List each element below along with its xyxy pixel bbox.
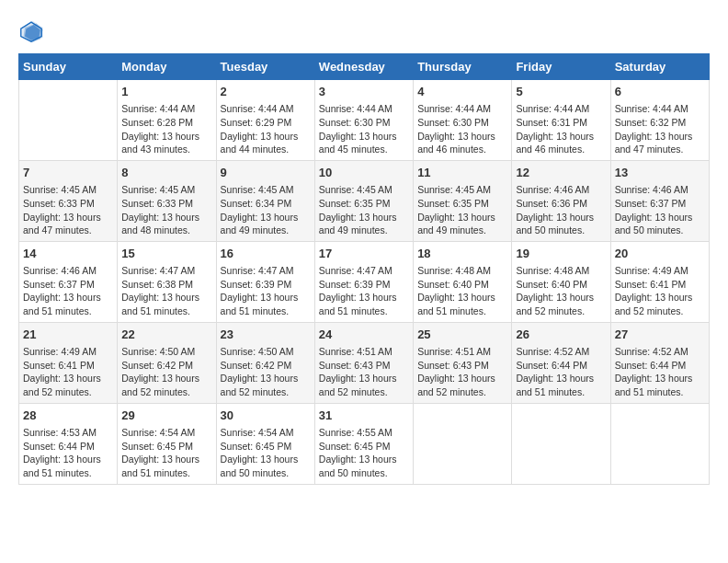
day-number: 22 <box>121 327 211 343</box>
calendar-cell: 1Sunrise: 4:44 AMSunset: 6:28 PMDaylight… <box>118 80 216 161</box>
calendar-week-row: 28Sunrise: 4:53 AMSunset: 6:44 PMDayligh… <box>19 403 710 484</box>
day-detail: Sunrise: 4:52 AMSunset: 6:44 PMDaylight:… <box>516 345 606 399</box>
calendar-week-row: 21Sunrise: 4:49 AMSunset: 6:41 PMDayligh… <box>19 322 710 403</box>
day-number: 9 <box>221 165 311 181</box>
logo <box>18 18 48 44</box>
calendar-week-row: 14Sunrise: 4:46 AMSunset: 6:37 PMDayligh… <box>19 241 710 322</box>
calendar-cell: 18Sunrise: 4:48 AMSunset: 6:40 PMDayligh… <box>414 241 512 322</box>
day-number: 7 <box>23 165 113 181</box>
day-number: 27 <box>615 327 705 343</box>
calendar-cell: 17Sunrise: 4:47 AMSunset: 6:39 PMDayligh… <box>314 241 413 322</box>
calendar-cell: 10Sunrise: 4:45 AMSunset: 6:35 PMDayligh… <box>314 160 413 241</box>
calendar-cell: 25Sunrise: 4:51 AMSunset: 6:43 PMDayligh… <box>414 322 512 403</box>
day-detail: Sunrise: 4:50 AMSunset: 6:42 PMDaylight:… <box>121 345 211 399</box>
day-number: 10 <box>319 165 409 181</box>
day-detail: Sunrise: 4:46 AMSunset: 6:37 PMDaylight:… <box>23 264 113 318</box>
day-detail: Sunrise: 4:54 AMSunset: 6:45 PMDaylight:… <box>221 426 311 480</box>
calendar-cell <box>414 403 512 484</box>
day-number: 21 <box>23 327 113 343</box>
calendar-cell: 5Sunrise: 4:44 AMSunset: 6:31 PMDaylight… <box>512 80 610 161</box>
day-detail: Sunrise: 4:48 AMSunset: 6:40 PMDaylight:… <box>417 264 507 318</box>
day-number: 18 <box>417 246 507 262</box>
day-number: 11 <box>417 165 507 181</box>
day-number: 26 <box>516 327 606 343</box>
calendar-cell: 31Sunrise: 4:55 AMSunset: 6:45 PMDayligh… <box>314 403 413 484</box>
calendar-cell: 22Sunrise: 4:50 AMSunset: 6:42 PMDayligh… <box>118 322 216 403</box>
calendar-cell: 30Sunrise: 4:54 AMSunset: 6:45 PMDayligh… <box>216 403 314 484</box>
day-detail: Sunrise: 4:44 AMSunset: 6:28 PMDaylight:… <box>121 102 211 156</box>
calendar-cell <box>610 403 709 484</box>
day-detail: Sunrise: 4:55 AMSunset: 6:45 PMDaylight:… <box>319 426 409 480</box>
day-detail: Sunrise: 4:51 AMSunset: 6:43 PMDaylight:… <box>319 345 409 399</box>
day-number: 3 <box>319 84 409 100</box>
day-number: 16 <box>221 246 311 262</box>
day-number: 1 <box>121 84 211 100</box>
day-detail: Sunrise: 4:50 AMSunset: 6:42 PMDaylight:… <box>221 345 311 399</box>
calendar-cell <box>512 403 610 484</box>
day-number: 13 <box>615 165 705 181</box>
calendar-cell: 2Sunrise: 4:44 AMSunset: 6:29 PMDaylight… <box>216 80 314 161</box>
calendar-cell: 26Sunrise: 4:52 AMSunset: 6:44 PMDayligh… <box>512 322 610 403</box>
day-number: 5 <box>516 84 606 100</box>
day-of-week-header: Monday <box>118 54 216 80</box>
day-detail: Sunrise: 4:46 AMSunset: 6:36 PMDaylight:… <box>516 183 606 237</box>
day-number: 29 <box>121 408 211 424</box>
day-detail: Sunrise: 4:45 AMSunset: 6:35 PMDaylight:… <box>319 183 409 237</box>
calendar-cell: 16Sunrise: 4:47 AMSunset: 6:39 PMDayligh… <box>216 241 314 322</box>
day-detail: Sunrise: 4:45 AMSunset: 6:34 PMDaylight:… <box>221 183 311 237</box>
calendar-cell: 14Sunrise: 4:46 AMSunset: 6:37 PMDayligh… <box>19 241 118 322</box>
calendar-week-row: 7Sunrise: 4:45 AMSunset: 6:33 PMDaylight… <box>19 160 710 241</box>
day-detail: Sunrise: 4:52 AMSunset: 6:44 PMDaylight:… <box>615 345 705 399</box>
day-number: 17 <box>319 246 409 262</box>
calendar-cell: 19Sunrise: 4:48 AMSunset: 6:40 PMDayligh… <box>512 241 610 322</box>
day-detail: Sunrise: 4:47 AMSunset: 6:39 PMDaylight:… <box>221 264 311 318</box>
day-detail: Sunrise: 4:49 AMSunset: 6:41 PMDaylight:… <box>615 264 705 318</box>
day-detail: Sunrise: 4:51 AMSunset: 6:43 PMDaylight:… <box>417 345 507 399</box>
day-of-week-header: Tuesday <box>216 54 314 80</box>
calendar-header-row: SundayMondayTuesdayWednesdayThursdayFrid… <box>19 54 710 80</box>
calendar-cell: 27Sunrise: 4:52 AMSunset: 6:44 PMDayligh… <box>610 322 709 403</box>
calendar-cell: 13Sunrise: 4:46 AMSunset: 6:37 PMDayligh… <box>610 160 709 241</box>
day-number: 15 <box>121 246 211 262</box>
day-detail: Sunrise: 4:49 AMSunset: 6:41 PMDaylight:… <box>23 345 113 399</box>
calendar-cell: 4Sunrise: 4:44 AMSunset: 6:30 PMDaylight… <box>414 80 512 161</box>
calendar-cell: 15Sunrise: 4:47 AMSunset: 6:38 PMDayligh… <box>118 241 216 322</box>
day-number: 6 <box>615 84 705 100</box>
calendar-cell: 11Sunrise: 4:45 AMSunset: 6:35 PMDayligh… <box>414 160 512 241</box>
calendar-cell: 3Sunrise: 4:44 AMSunset: 6:30 PMDaylight… <box>314 80 413 161</box>
day-detail: Sunrise: 4:53 AMSunset: 6:44 PMDaylight:… <box>23 426 113 480</box>
day-detail: Sunrise: 4:45 AMSunset: 6:33 PMDaylight:… <box>121 183 211 237</box>
calendar-cell: 9Sunrise: 4:45 AMSunset: 6:34 PMDaylight… <box>216 160 314 241</box>
day-detail: Sunrise: 4:45 AMSunset: 6:33 PMDaylight:… <box>23 183 113 237</box>
day-detail: Sunrise: 4:54 AMSunset: 6:45 PMDaylight:… <box>121 426 211 480</box>
day-number: 24 <box>319 327 409 343</box>
page-header <box>18 18 710 44</box>
day-number: 28 <box>23 408 113 424</box>
day-number: 23 <box>221 327 311 343</box>
day-detail: Sunrise: 4:44 AMSunset: 6:31 PMDaylight:… <box>516 102 606 156</box>
day-detail: Sunrise: 4:46 AMSunset: 6:37 PMDaylight:… <box>615 183 705 237</box>
calendar-cell <box>19 80 118 161</box>
day-of-week-header: Friday <box>512 54 610 80</box>
day-number: 31 <box>319 408 409 424</box>
day-detail: Sunrise: 4:48 AMSunset: 6:40 PMDaylight:… <box>516 264 606 318</box>
day-detail: Sunrise: 4:44 AMSunset: 6:30 PMDaylight:… <box>319 102 409 156</box>
calendar-table: SundayMondayTuesdayWednesdayThursdayFrid… <box>18 53 710 485</box>
day-number: 4 <box>417 84 507 100</box>
day-number: 20 <box>615 246 705 262</box>
day-number: 25 <box>417 327 507 343</box>
calendar-cell: 12Sunrise: 4:46 AMSunset: 6:36 PMDayligh… <box>512 160 610 241</box>
day-number: 19 <box>516 246 606 262</box>
day-number: 30 <box>221 408 311 424</box>
day-detail: Sunrise: 4:47 AMSunset: 6:38 PMDaylight:… <box>121 264 211 318</box>
calendar-cell: 6Sunrise: 4:44 AMSunset: 6:32 PMDaylight… <box>610 80 709 161</box>
calendar-cell: 7Sunrise: 4:45 AMSunset: 6:33 PMDaylight… <box>19 160 118 241</box>
day-detail: Sunrise: 4:44 AMSunset: 6:32 PMDaylight:… <box>615 102 705 156</box>
calendar-cell: 29Sunrise: 4:54 AMSunset: 6:45 PMDayligh… <box>118 403 216 484</box>
logo-icon <box>18 18 44 44</box>
day-of-week-header: Saturday <box>610 54 709 80</box>
calendar-week-row: 1Sunrise: 4:44 AMSunset: 6:28 PMDaylight… <box>19 80 710 161</box>
day-detail: Sunrise: 4:44 AMSunset: 6:30 PMDaylight:… <box>417 102 507 156</box>
calendar-cell: 20Sunrise: 4:49 AMSunset: 6:41 PMDayligh… <box>610 241 709 322</box>
day-number: 2 <box>221 84 311 100</box>
